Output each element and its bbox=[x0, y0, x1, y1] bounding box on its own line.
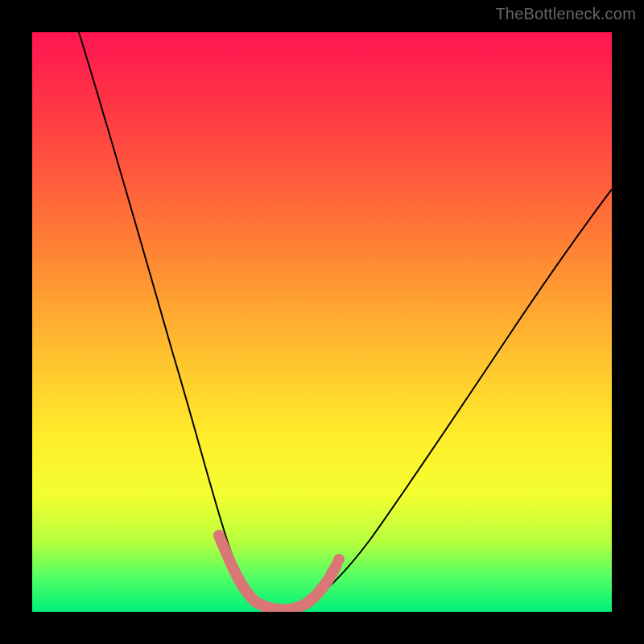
highlight-bead bbox=[316, 582, 328, 593]
highlight-bead bbox=[333, 554, 345, 565]
highlight-bead bbox=[326, 568, 337, 579]
chart-stage: TheBottleneck.com bbox=[0, 0, 644, 644]
curve-layer bbox=[32, 32, 612, 612]
watermark-text: TheBottleneck.com bbox=[495, 5, 636, 23]
plot-area bbox=[32, 32, 612, 612]
curve-left-branch bbox=[79, 32, 262, 605]
highlight-band bbox=[219, 535, 336, 609]
curve-right-branch bbox=[262, 189, 612, 609]
